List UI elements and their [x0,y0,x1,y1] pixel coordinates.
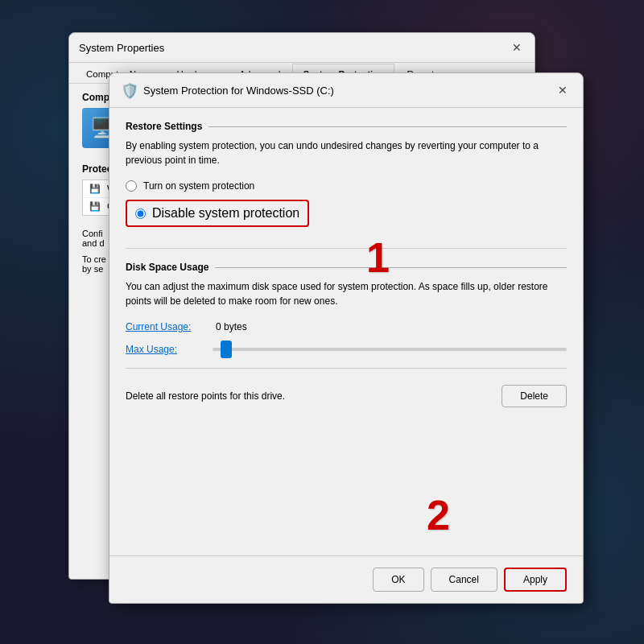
radio-disable-highlight: Disable system protection [126,200,309,227]
drive-icon-2: 💾 [89,201,101,212]
radio-turn-on-input[interactable] [126,180,137,192]
radio-turn-on[interactable]: Turn on system protection [126,180,567,192]
current-usage-label: Current Usage: [126,321,206,332]
slider-track [213,348,567,351]
drive-icon-1: 💾 [89,184,101,194]
section-divider-2 [126,368,567,369]
restore-settings-desc: By enabling system protection, you can u… [126,138,567,167]
dialog-title: System Protection for Windows-SSD (C:) [143,85,547,97]
dialog-titlebar: 🛡️ System Protection for Windows-SSD (C:… [109,73,583,108]
slider-thumb[interactable] [221,341,232,358]
current-usage-row: Current Usage: 0 bytes [126,321,567,332]
dialog-buttons: OK Cancel Apply [109,555,583,603]
system-properties-title: System Properties [79,42,164,54]
max-usage-slider-container: Max Usage: [126,344,567,355]
restore-settings-header: Restore Settings [126,121,567,132]
system-properties-titlebar: System Properties ✕ [69,33,535,63]
radio-disable-label: Disable system protection [152,206,299,221]
disk-space-header: Disk Space Usage [126,262,567,273]
apply-button[interactable]: Apply [504,568,567,592]
section-divider-1 [126,248,567,249]
delete-description: Delete all restore points for this drive… [126,390,285,402]
delete-section: Delete all restore points for this drive… [126,385,567,407]
delete-button[interactable]: Delete [502,385,567,407]
radio-turn-on-label: Turn on system protection [143,180,254,192]
current-usage-value: 0 bytes [216,321,247,332]
protection-dialog: 🛡️ System Protection for Windows-SSD (C:… [109,72,584,604]
dialog-content: Restore Settings By enabling system prot… [109,108,583,420]
disk-space-desc: You can adjust the maximum disk space us… [126,279,567,308]
system-properties-close-button[interactable]: ✕ [509,39,525,56]
cancel-button[interactable]: Cancel [431,568,497,592]
shield-icon: 🛡️ [121,82,137,98]
radio-disable-input[interactable] [135,208,146,219]
ok-button[interactable]: OK [373,568,423,592]
dialog-close-button[interactable]: ✕ [554,81,572,99]
max-usage-label: Max Usage: [126,344,206,355]
